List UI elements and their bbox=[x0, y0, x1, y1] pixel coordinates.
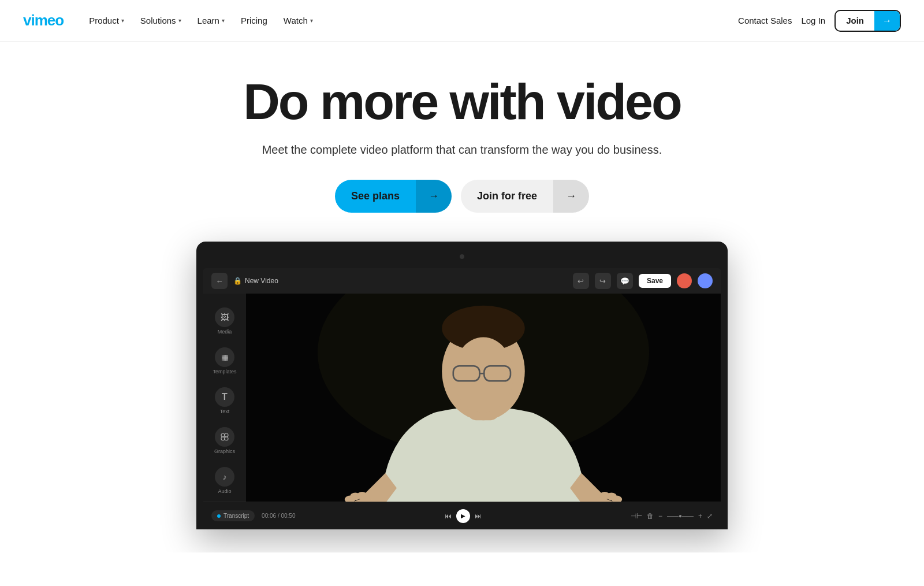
nav-item-pricing[interactable]: Pricing bbox=[234, 11, 274, 30]
split-icon[interactable]: ⊣⊢ bbox=[631, 512, 642, 520]
login-link[interactable]: Log In bbox=[801, 16, 825, 25]
volume-increase-icon[interactable]: + bbox=[698, 512, 702, 520]
laptop-screen: ← 🔒 New Video ↩ ↪ 💬 Save bbox=[203, 268, 721, 529]
nav-links: Product ▾ Solutions ▾ Learn ▾ Pricing Wa… bbox=[82, 11, 738, 30]
sidebar-tool-media[interactable]: 🖼 Media bbox=[207, 303, 243, 339]
editor-topbar: ← 🔒 New Video ↩ ↪ 💬 Save bbox=[203, 268, 721, 294]
editor-sidebar: 🖼 Media ▦ Templates T Text bbox=[203, 294, 246, 502]
svg-point-23 bbox=[599, 492, 610, 499]
graphics-label: Graphics bbox=[214, 448, 235, 454]
editor-canvas bbox=[246, 294, 721, 502]
nav-right: Contact Sales Log In Join → bbox=[738, 10, 901, 32]
play-button[interactable]: ▶ bbox=[456, 509, 470, 523]
join-button[interactable]: Join → bbox=[834, 10, 901, 32]
expand-icon[interactable]: ⤢ bbox=[707, 512, 713, 520]
sidebar-tool-text[interactable]: T Text bbox=[207, 383, 243, 419]
editor-right-controls: ↩ ↪ 💬 Save bbox=[573, 273, 713, 289]
svg-point-1 bbox=[225, 433, 228, 437]
hero-section: Do more with video Meet the complete vid… bbox=[0, 42, 924, 552]
transcript-dot bbox=[217, 514, 221, 518]
editor-body: 🖼 Media ▦ Templates T Text bbox=[203, 294, 721, 502]
timeline-right: ⊣⊢ 🗑 − ——●—— + ⤢ bbox=[631, 512, 713, 520]
svg-point-0 bbox=[221, 433, 225, 437]
play-icon: ▶ bbox=[461, 513, 465, 519]
skip-forward-button[interactable]: ⏭ bbox=[475, 512, 482, 520]
hero-subtitle: Meet the complete video platform that ca… bbox=[23, 143, 901, 157]
chat-button[interactable]: 💬 bbox=[617, 273, 633, 289]
audio-label: Audio bbox=[218, 488, 231, 494]
skip-back-button[interactable]: ⏮ bbox=[445, 512, 452, 520]
chevron-down-icon: ▾ bbox=[310, 17, 313, 24]
chevron-down-icon: ▾ bbox=[121, 17, 124, 24]
nav-item-learn[interactable]: Learn ▾ bbox=[191, 11, 232, 30]
timeline-controls: ⏮ ▶ ⏭ bbox=[303, 509, 624, 523]
volume-decrease-icon[interactable]: − bbox=[658, 512, 662, 520]
sidebar-tool-graphics[interactable]: Graphics bbox=[207, 422, 243, 459]
hero-title: Do more with video bbox=[23, 76, 901, 127]
templates-icon: ▦ bbox=[215, 347, 234, 367]
transcript-badge[interactable]: Transcript bbox=[211, 510, 255, 521]
join-free-button[interactable]: Join for free → bbox=[461, 180, 589, 213]
transcript-label: Transcript bbox=[223, 513, 249, 519]
chevron-down-icon: ▾ bbox=[222, 17, 225, 24]
laptop-frame: ← 🔒 New Video ↩ ↪ 💬 Save bbox=[196, 242, 728, 529]
see-plans-button[interactable]: See plans → bbox=[335, 180, 452, 213]
navbar: vimeo Product ▾ Solutions ▾ Learn ▾ Pric… bbox=[0, 0, 924, 42]
laptop-camera bbox=[460, 254, 464, 259]
svg-point-19 bbox=[357, 492, 367, 499]
contact-sales-link[interactable]: Contact Sales bbox=[738, 16, 792, 25]
avatar-blue bbox=[698, 273, 713, 288]
media-label: Media bbox=[218, 329, 232, 335]
nav-item-solutions[interactable]: Solutions ▾ bbox=[133, 11, 188, 30]
hero-buttons: See plans → Join for free → bbox=[23, 180, 901, 213]
chevron-down-icon: ▾ bbox=[178, 17, 181, 24]
sidebar-tool-audio[interactable]: ♪ Audio bbox=[207, 462, 243, 499]
svg-point-3 bbox=[225, 437, 228, 440]
redo-button[interactable]: ↪ bbox=[595, 273, 611, 289]
editor-left-controls: ← 🔒 New Video bbox=[211, 273, 278, 289]
svg-point-2 bbox=[221, 437, 225, 440]
join-arrow-icon: → bbox=[874, 11, 900, 31]
audio-icon: ♪ bbox=[215, 467, 234, 487]
editor-back-button[interactable]: ← bbox=[211, 273, 228, 289]
logo[interactable]: vimeo bbox=[23, 12, 64, 29]
volume-slider[interactable]: ——●—— bbox=[667, 513, 694, 519]
see-plans-arrow-icon: → bbox=[416, 180, 452, 213]
templates-label: Templates bbox=[213, 369, 236, 374]
video-preview bbox=[246, 294, 721, 502]
graphics-icon bbox=[215, 427, 234, 447]
editor-timeline: Transcript 00:06 / 00:50 ⏮ ▶ ⏭ ⊣⊢ bbox=[203, 502, 721, 529]
timeline-time: 00:06 / 00:50 bbox=[262, 513, 295, 519]
editor-title-text: New Video bbox=[245, 277, 278, 285]
lock-icon: 🔒 bbox=[233, 277, 242, 285]
editor-title: 🔒 New Video bbox=[233, 277, 278, 285]
see-plans-label: See plans bbox=[335, 180, 416, 213]
nav-item-watch[interactable]: Watch ▾ bbox=[277, 11, 320, 30]
join-free-arrow-icon: → bbox=[553, 180, 589, 213]
text-icon: T bbox=[215, 387, 234, 407]
media-icon: 🖼 bbox=[215, 307, 234, 327]
sidebar-tool-templates[interactable]: ▦ Templates bbox=[207, 343, 243, 379]
undo-button[interactable]: ↩ bbox=[573, 273, 589, 289]
join-button-label: Join bbox=[836, 11, 874, 30]
laptop-mockup: ← 🔒 New Video ↩ ↪ 💬 Save bbox=[23, 242, 901, 529]
save-button[interactable]: Save bbox=[639, 274, 671, 288]
text-label: Text bbox=[220, 409, 230, 414]
laptop-top-bar bbox=[203, 249, 721, 265]
avatar-red bbox=[677, 273, 692, 288]
delete-icon[interactable]: 🗑 bbox=[647, 512, 654, 520]
nav-item-product[interactable]: Product ▾ bbox=[82, 11, 131, 30]
join-free-label: Join for free bbox=[461, 180, 553, 213]
